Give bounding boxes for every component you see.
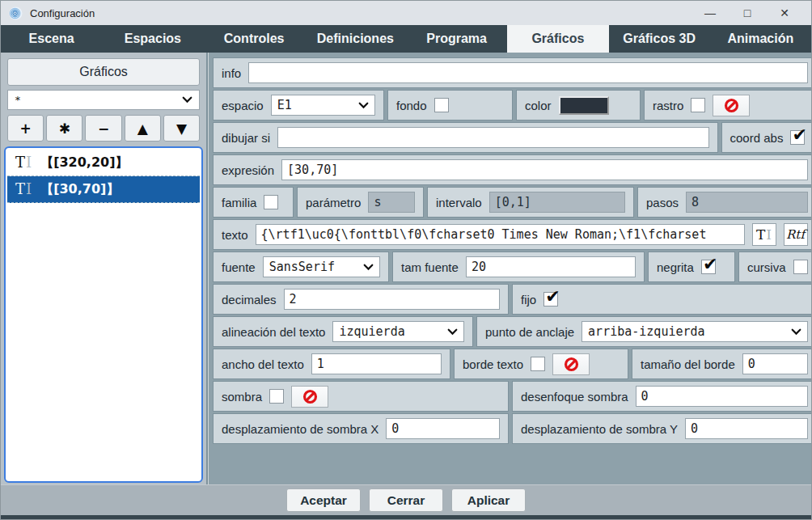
- list-item-label: 【[30,70]】: [40, 181, 119, 198]
- expresion-label: expresión: [222, 163, 274, 177]
- footer-bar: Aceptar Cerrar Aplicar: [1, 484, 811, 515]
- rastro-group: rastro: [644, 90, 812, 120]
- fijo-group: fijo: [512, 284, 812, 315]
- close-dialog-button[interactable]: Cerrar: [369, 488, 443, 512]
- ancho-texto-input[interactable]: 1: [311, 353, 442, 374]
- list-item[interactable]: TI 【[30,70]】: [7, 176, 200, 203]
- info-group: info: [213, 57, 812, 88]
- color-swatch[interactable]: [559, 96, 609, 115]
- tab-programa[interactable]: Programa: [406, 25, 507, 53]
- color-label: color: [525, 99, 552, 112]
- apply-button[interactable]: Aplicar: [451, 488, 526, 512]
- coord-abs-label: coord abs: [730, 131, 784, 145]
- decimales-label: decimales: [222, 293, 277, 307]
- alineacion-label: alineación del texto: [222, 325, 325, 339]
- tab-controles[interactable]: Controles: [204, 25, 305, 53]
- despl-y-group: desplazamiento de sombra Y 0: [512, 413, 812, 444]
- close-button[interactable]: ✕: [766, 1, 803, 25]
- tamano-borde-input[interactable]: 0: [742, 353, 808, 374]
- espacio-label: espacio: [222, 99, 264, 112]
- cursiva-group: cursiva: [738, 252, 812, 282]
- tab-definiciones[interactable]: Definiciones: [305, 25, 406, 53]
- sombra-checkbox[interactable]: [269, 389, 284, 404]
- properties-form: info espacio E1 fondo color: [208, 53, 812, 484]
- minimize-button[interactable]: —: [691, 1, 729, 25]
- tab-graficos-3d[interactable]: Gráficos 3D: [609, 25, 710, 53]
- pasos-label: pasos: [646, 196, 679, 209]
- add-special-button[interactable]: ✱: [46, 115, 82, 142]
- text-object-icon: TI: [15, 155, 32, 170]
- fijo-checkbox[interactable]: [543, 292, 558, 307]
- pasos-input: 8: [686, 192, 807, 213]
- info-input[interactable]: [248, 62, 807, 83]
- borde-no-color-button[interactable]: [552, 353, 590, 375]
- despl-y-label: desplazamiento de sombra Y: [521, 422, 678, 436]
- desenfoque-label: desenfoque sombra: [521, 390, 628, 404]
- alineacion-select[interactable]: izquierda: [332, 321, 464, 342]
- chevron-down-icon: [363, 264, 374, 271]
- list-item[interactable]: TI 【[320,20]】: [7, 150, 200, 176]
- cursiva-label: cursiva: [747, 260, 786, 274]
- fuente-select[interactable]: SansSerif: [263, 256, 380, 277]
- sombra-no-color-button[interactable]: [291, 386, 328, 408]
- add-button[interactable]: +: [7, 115, 44, 142]
- tam-fuente-label: tam fuente: [401, 260, 459, 274]
- tab-graficos[interactable]: Gráficos: [507, 25, 608, 53]
- familia-checkbox[interactable]: [264, 195, 278, 209]
- alineacion-group: alineación del texto izquierda: [213, 316, 473, 347]
- expresion-group: expresión [30,70]: [213, 154, 812, 185]
- fondo-label: fondo: [396, 99, 427, 112]
- tab-escena[interactable]: Escena: [1, 25, 102, 53]
- dibujar-si-input[interactable]: [277, 127, 708, 148]
- tab-espacios[interactable]: Espacios: [102, 25, 203, 53]
- config-window: Configuración — □ ✕ Escena Espacios Cont…: [0, 0, 812, 520]
- filter-select[interactable]: *: [7, 90, 200, 110]
- decimales-input[interactable]: 2: [284, 289, 500, 310]
- fuente-group: fuente SansSerif: [213, 252, 389, 282]
- accept-button[interactable]: Aceptar: [286, 488, 361, 512]
- borde-texto-checkbox[interactable]: [531, 357, 545, 371]
- parametro-input: s: [368, 192, 415, 213]
- desenfoque-input[interactable]: 0: [636, 386, 808, 407]
- move-down-button[interactable]: ▼: [163, 115, 200, 142]
- rtf-editor-button[interactable]: Rtf: [784, 223, 808, 246]
- intervalo-label: intervalo: [436, 196, 482, 209]
- chevron-down-icon: [358, 102, 369, 109]
- tamano-borde-group: tamaño del borde 0: [632, 349, 812, 379]
- tam-fuente-input[interactable]: 20: [466, 256, 636, 277]
- anclaje-group: punto de anclaje arriba-izquierda: [476, 316, 812, 347]
- fondo-checkbox[interactable]: [434, 98, 449, 112]
- plain-text-button[interactable]: TI: [752, 223, 776, 246]
- title-bar: Configuración — □ ✕: [1, 1, 811, 25]
- panel-title: Gráficos: [7, 58, 200, 86]
- prohibit-icon: [564, 357, 579, 372]
- rastro-no-color-button[interactable]: [713, 95, 750, 116]
- content: Gráficos * + ✱ − ▲ ▼ TI 【[320,20]】: [1, 53, 811, 484]
- remove-button[interactable]: −: [85, 115, 121, 142]
- despl-y-input[interactable]: 0: [685, 418, 808, 439]
- fondo-group: fondo: [387, 90, 513, 120]
- tam-fuente-group: tam fuente 20: [392, 252, 645, 282]
- despl-x-group: desplazamiento de sombra X 0: [213, 413, 509, 444]
- despl-x-label: desplazamiento de sombra X: [222, 422, 379, 436]
- decimales-group: decimales 2: [213, 284, 509, 315]
- despl-x-input[interactable]: 0: [386, 418, 500, 439]
- expresion-input[interactable]: [30,70]: [281, 159, 807, 180]
- tab-animacion[interactable]: Animación: [710, 25, 811, 53]
- rastro-checkbox[interactable]: [691, 98, 705, 112]
- texto-input[interactable]: {\rtf1\uc0{\fonttbl\f0\fcharset0 Times N…: [256, 224, 745, 245]
- move-up-button[interactable]: ▲: [125, 115, 161, 142]
- maximize-button[interactable]: □: [729, 1, 766, 25]
- list-item-label: 【[320,20]】: [40, 154, 128, 171]
- espacio-select[interactable]: E1: [271, 95, 375, 116]
- parametro-label: parámetro: [306, 196, 361, 209]
- intervalo-group: intervalo [0,1]: [427, 187, 634, 218]
- cursiva-checkbox[interactable]: [793, 260, 808, 274]
- chevron-down-icon: [182, 96, 192, 104]
- dibujar-si-group: dibujar si: [213, 122, 718, 153]
- coord-abs-checkbox[interactable]: [790, 130, 805, 145]
- anclaje-select[interactable]: arriba-izquierda: [582, 321, 807, 342]
- chevron-down-icon: [447, 328, 458, 336]
- texto-group: texto {\rtf1\uc0{\fonttbl\f0\fcharset0 T…: [213, 219, 812, 250]
- negrita-checkbox[interactable]: [701, 260, 716, 274]
